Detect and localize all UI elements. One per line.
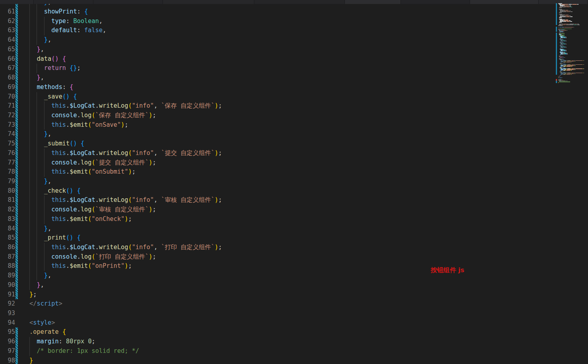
tab-segment[interactable] <box>345 0 401 4</box>
tab-segment[interactable] <box>470 0 539 4</box>
line-number: 62 <box>0 17 15 26</box>
code-line[interactable]: 81this.$LogCat.writeLog("info", `审核 自定义组… <box>0 196 588 205</box>
code-line[interactable]: 66data() { <box>0 54 588 64</box>
tab-segment[interactable] <box>163 0 254 4</box>
token: ; <box>33 291 37 298</box>
indent-guide <box>44 101 51 111</box>
code-line[interactable]: 96margin: 80rpx 0; <box>0 337 588 347</box>
minimap[interactable] <box>556 0 588 364</box>
token: } <box>37 281 40 288</box>
token: ) <box>149 112 152 119</box>
code-text: }, <box>29 73 588 83</box>
code-text: this.$LogCat.writeLog("info", `保存 自定义组件`… <box>29 101 588 111</box>
code-line[interactable]: 97/* border: 1px solid red; */ <box>0 347 588 356</box>
token: . <box>66 121 70 128</box>
token: () <box>66 234 73 241</box>
token: `审核 自定义组件` <box>161 196 215 203</box>
code-line[interactable]: 70_save() { <box>0 92 588 102</box>
code-line[interactable]: 77console.log(`提交 自定义组件`); <box>0 158 588 168</box>
token: `提交 自定义组件` <box>161 149 215 157</box>
code-line[interactable]: 93 <box>0 309 588 318</box>
code-line[interactable]: 80_check() { <box>0 186 588 196</box>
token: { <box>77 187 81 194</box>
minimap-bar <box>564 32 564 32</box>
code-text: }, <box>29 130 588 139</box>
minimap-bar <box>566 66 566 66</box>
indent-guide <box>37 271 44 281</box>
indent-guide <box>37 101 44 111</box>
token: $emit <box>70 168 88 175</box>
code-line[interactable]: 78this.$emit("onSubmit"); <box>0 167 588 177</box>
minimap-bar <box>571 70 572 70</box>
code-line[interactable]: 94<style> <box>0 318 588 328</box>
code-line[interactable]: 60}, <box>0 4 588 7</box>
code-line[interactable]: 61showPrint: { <box>0 7 588 17</box>
tab-segment[interactable] <box>93 0 163 4</box>
token: ; <box>77 64 81 72</box>
code-line[interactable]: 76this.$LogCat.writeLog("info", `提交 自定义组… <box>0 149 588 158</box>
token: ) <box>149 159 152 166</box>
minimap-bar <box>576 68 582 69</box>
token: ; <box>128 262 132 269</box>
line-number: 84 <box>0 224 15 234</box>
tab-segment[interactable] <box>401 0 470 4</box>
code-line[interactable]: 71this.$LogCat.writeLog("info", `保存 自定义组… <box>0 101 588 111</box>
minimap-bar <box>566 70 566 70</box>
indent-guide <box>44 158 51 168</box>
token: console <box>51 112 77 119</box>
minimap-error-bar <box>556 79 557 81</box>
tab-segment[interactable] <box>254 0 345 4</box>
code-line[interactable]: 88this.$emit("onPrint"); <box>0 261 588 271</box>
code-line[interactable]: 74}, <box>0 130 588 139</box>
code-line[interactable]: 82console.log(`审核 自定义组件`); <box>0 205 588 215</box>
code-line[interactable]: 75_submit() { <box>0 139 588 149</box>
code-editor[interactable]: 60},61showPrint: {62type: Boolean,63defa… <box>0 4 588 364</box>
code-line[interactable]: 92</script> <box>0 299 588 309</box>
gutter-modified-indicator <box>15 130 18 139</box>
tab-strip[interactable] <box>0 0 588 4</box>
token: ) <box>128 168 132 175</box>
code-line[interactable]: 79}, <box>0 177 588 186</box>
minimap-bar <box>559 27 562 27</box>
code-line[interactable]: 87console.log(`打印 自定义组件`); <box>0 252 588 262</box>
line-number: 81 <box>0 196 15 205</box>
code-line[interactable]: 84}, <box>0 224 588 234</box>
minimap-row <box>561 50 567 51</box>
line-number: 61 <box>0 7 15 17</box>
code-line[interactable]: 65}, <box>0 45 588 54</box>
code-line[interactable]: 69methods: { <box>0 83 588 92</box>
code-line[interactable]: 85_print() { <box>0 233 588 243</box>
gutter-modified-indicator <box>15 290 18 300</box>
minimap-row <box>561 47 567 48</box>
token: { <box>74 93 77 100</box>
indent-guide <box>44 196 51 205</box>
code-line[interactable]: 86this.$LogCat.writeLog("info", `打印 自定义组… <box>0 243 588 252</box>
indent-guide <box>29 54 37 64</box>
token: ; <box>219 102 222 109</box>
token: methods <box>37 83 62 91</box>
code-line[interactable]: 67return {}; <box>0 64 588 73</box>
code-line[interactable]: 90}, <box>0 281 588 290</box>
code-line[interactable]: 63default: false, <box>0 26 588 35</box>
code-text: showPrint: { <box>29 7 588 17</box>
token: "onPrint" <box>92 262 125 269</box>
code-line[interactable]: 98} <box>0 356 588 364</box>
code-line[interactable]: 62type: Boolean, <box>0 17 588 26</box>
code-line[interactable]: 89}, <box>0 271 588 281</box>
code-line[interactable]: 91}; <box>0 290 588 300</box>
token: , <box>41 281 44 288</box>
line-number: 89 <box>0 271 15 281</box>
code-line[interactable]: 73this.$emit("onSave"); <box>0 120 588 130</box>
tab-segment[interactable] <box>0 0 34 4</box>
code-line[interactable]: 72console.log(`保存 自定义组件`); <box>0 111 588 120</box>
code-line[interactable]: 83this.$emit("onCheck"); <box>0 215 588 224</box>
tab-segment[interactable] <box>34 0 93 4</box>
minimap-bar <box>559 81 570 82</box>
token: this <box>51 168 66 175</box>
token: "onSave" <box>92 121 121 128</box>
code-line[interactable]: 64}, <box>0 35 588 45</box>
code-line[interactable]: 95.operate { <box>0 327 588 337</box>
token: : <box>66 17 73 25</box>
token <box>74 234 77 241</box>
code-line[interactable]: 68}, <box>0 73 588 83</box>
